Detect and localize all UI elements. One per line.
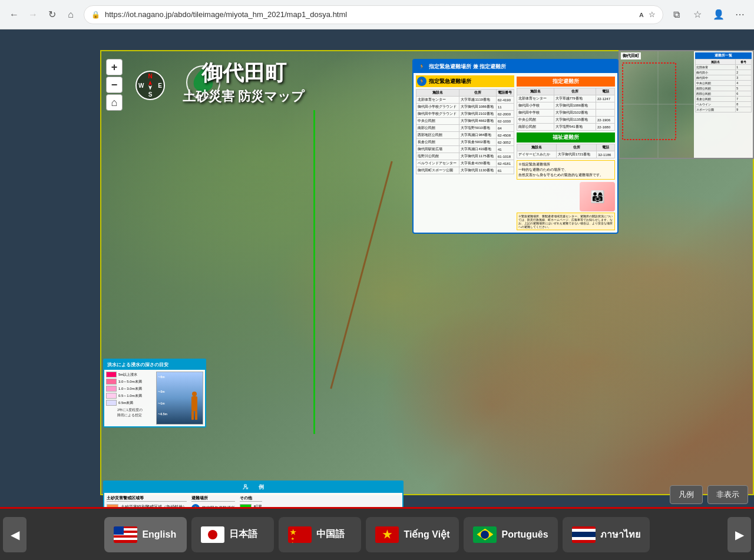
compass: N S E W bbox=[135, 71, 165, 100]
home-button[interactable]: ⌂ bbox=[106, 94, 123, 111]
chinese-label: 中国語 bbox=[316, 528, 345, 541]
japanese-label: 日本語 bbox=[229, 528, 257, 541]
section2-title: 指定避難所 bbox=[517, 77, 615, 87]
map-title-overlay: 御代田町 土砂災害 防災マップ bbox=[183, 59, 305, 105]
collections-icon[interactable]: ⧉ bbox=[668, 6, 684, 23]
browser-actions: ⧉ ☆ 👤 ⋯ bbox=[668, 6, 748, 23]
flood-depth-label3: 〜1m bbox=[158, 402, 165, 405]
flood-color-5 bbox=[106, 400, 117, 406]
url-text: https://iot.nagano.jp/abdo/tileimage/miy… bbox=[105, 10, 634, 19]
compass-arrow bbox=[144, 79, 156, 91]
compass-north: N bbox=[148, 73, 152, 79]
favorites-icon[interactable]: ☆ bbox=[689, 6, 706, 23]
svg-marker-0 bbox=[148, 81, 152, 85]
map-controls: + − ⌂ bbox=[106, 59, 123, 111]
info-panel-title: 指定緊急避難場所 兼 指定避難所 bbox=[429, 63, 506, 71]
shelter-icon: 🏃 bbox=[417, 77, 426, 86]
map-title: 御代田町 bbox=[183, 59, 305, 88]
forward-button[interactable]: → bbox=[25, 6, 41, 23]
read-mode-icon: ᴀ bbox=[639, 10, 644, 19]
language-prev-button[interactable]: ◀ bbox=[3, 517, 27, 552]
bookmark-icon: ☆ bbox=[649, 10, 656, 19]
main-container: + − ⌂ N S E W MIYOTA 御代田町 土砂災害 防災マップ bbox=[0, 29, 754, 560]
language-english-button[interactable]: English bbox=[104, 517, 187, 552]
info-icon: 🏃 bbox=[417, 62, 426, 71]
brazil-diamond bbox=[477, 529, 493, 541]
notes: ※指定緊急避難場所 一時的な避難のための場所で、 自然災害から身を守るための緊急… bbox=[517, 160, 615, 180]
flood-color-1 bbox=[106, 372, 117, 377]
flood-item-2: 3.0～5.0m未満 bbox=[106, 379, 154, 385]
right-note: ※緊急避難場所、要配慮者地域支援センター、避難所の開設状況については、防災行政無… bbox=[517, 213, 615, 230]
flood-legend: 洪水による浸水の深さの目安 5m以上浸水 3.0～5.0m未満 1.0～3.0m… bbox=[103, 359, 206, 428]
svg-marker-1 bbox=[148, 85, 152, 90]
flood-item-3: 1.0～3.0m未満 bbox=[106, 386, 154, 392]
lock-icon: 🔒 bbox=[91, 11, 100, 19]
minimap-table: 避難所一覧 施設名番号 北部体育1 御代田小2 御代田中3 中央公民館4 南部公… bbox=[694, 51, 753, 158]
flood-item-1: 5m以上浸水 bbox=[106, 372, 154, 377]
flag-us bbox=[114, 526, 137, 543]
info-panel: 🏃 指定緊急避難場所 兼 指定避難所 🏃 指定緊急避難場所 施設名住所電話番号 bbox=[412, 59, 619, 234]
map-line-green bbox=[313, 110, 315, 434]
legend-header: 凡 例 bbox=[104, 482, 402, 493]
language-japanese-button[interactable]: 日本語 bbox=[191, 517, 274, 552]
person-figure bbox=[191, 392, 198, 424]
svg-rect-4 bbox=[623, 63, 676, 140]
flood-legend-body: 5m以上浸水 3.0～5.0m未満 1.0～3.0m未満 0.5～1.0m未満 … bbox=[104, 370, 205, 426]
flag-th bbox=[572, 526, 596, 543]
vietnamese-label: Tiếng Việt bbox=[404, 529, 449, 540]
flood-legend-header: 洪水による浸水の深さの目安 bbox=[104, 360, 205, 370]
flood-depth-label2: 〜3m bbox=[158, 390, 165, 393]
english-label: English bbox=[142, 529, 176, 540]
zoom-in-button[interactable]: + bbox=[106, 59, 123, 75]
family-illustration: 👨‍👩‍👧 bbox=[580, 182, 615, 211]
flood-depth-label4: 〜0.5m bbox=[158, 412, 167, 416]
shelter-table: 施設名住所電話番号 北部体育センター大字草越1119番地62-4190 御代田小… bbox=[416, 89, 514, 174]
language-chinese-button[interactable]: ★ ★ ★ ★ ★ 中国語 bbox=[279, 517, 361, 552]
thai-label: ภาษาไทย bbox=[600, 527, 640, 542]
nav-buttons: ← → ↻ ⌂ bbox=[6, 6, 79, 23]
section3-title: 福祉避難所 bbox=[517, 132, 615, 143]
address-bar[interactable]: 🔒 https://iot.nagano.jp/abdo/tileimage/m… bbox=[84, 5, 663, 24]
browser-chrome: ← → ↻ ⌂ 🔒 https://iot.nagano.jp/abdo/til… bbox=[0, 0, 754, 29]
language-thai-button[interactable]: ภาษาไทย bbox=[563, 517, 650, 552]
flood-depth-illustration: 〜5m 〜3m 〜1m 〜0.5m bbox=[156, 372, 203, 425]
language-portuguese-button[interactable]: Português bbox=[464, 517, 557, 552]
info-panel-body: 🏃 指定緊急避難場所 施設名住所電話番号 北部体育センター大字草越1119番地6… bbox=[414, 73, 617, 233]
portuguese-label: Português bbox=[501, 529, 548, 540]
flood-note: 2年に1度程度の降雨による想定 bbox=[106, 407, 154, 418]
flood-item-5: 0.5m未満 bbox=[106, 400, 154, 406]
more-menu-icon[interactable]: ⋯ bbox=[732, 6, 748, 23]
bottom-buttons: 凡例 非表示 bbox=[670, 485, 748, 504]
designated-shelter-table: 施設名住所電話 北部体育センター大字草越779番地22-1247 御代田小学校大… bbox=[517, 88, 615, 131]
flood-color-3 bbox=[106, 386, 117, 392]
zoom-out-button[interactable]: − bbox=[106, 77, 123, 93]
compass-west: W bbox=[138, 82, 144, 89]
flood-item-4: 0.5～1.0m未満 bbox=[106, 393, 154, 399]
flag-vn: ★ bbox=[375, 526, 399, 543]
flood-legend-items: 5m以上浸水 3.0～5.0m未満 1.0～3.0m未満 0.5～1.0m未満 … bbox=[106, 372, 154, 425]
info-panel-header: 🏃 指定緊急避難場所 兼 指定避難所 bbox=[414, 60, 617, 73]
flood-color-4 bbox=[106, 393, 117, 399]
flag-jp bbox=[201, 526, 224, 543]
language-next-button[interactable]: ▶ bbox=[727, 517, 751, 552]
reload-button[interactable]: ↻ bbox=[44, 6, 60, 23]
minimap-svg bbox=[620, 51, 696, 159]
brazil-circle bbox=[481, 531, 489, 539]
section1-title: 🏃 指定緊急避難場所 bbox=[416, 75, 514, 87]
hide-button[interactable]: 非表示 bbox=[707, 485, 748, 504]
profile-icon[interactable]: 👤 bbox=[710, 6, 727, 23]
language-vietnamese-button[interactable]: ★ Tiếng Việt bbox=[366, 517, 459, 552]
language-bar: ◀ English bbox=[0, 507, 754, 560]
flood-illustration: 〜5m 〜3m 〜1m 〜0.5m bbox=[156, 372, 204, 425]
flood-color-2 bbox=[106, 379, 117, 385]
language-buttons: English 日本語 ★ ★ ★ ★ ★ bbox=[27, 517, 727, 552]
map-subtitle: 土砂災害 防災マップ bbox=[183, 88, 305, 105]
compass-south: S bbox=[148, 91, 153, 98]
flag-br bbox=[473, 526, 497, 543]
flood-depth-label: 〜5m bbox=[158, 375, 165, 379]
back-button[interactable]: ← bbox=[6, 6, 22, 23]
home-button[interactable]: ⌂ bbox=[62, 6, 79, 23]
legend-button[interactable]: 凡例 bbox=[670, 485, 703, 504]
minimap-inner: 御代田町 避難所一覧 施設名番号 北部体育1 御代田小2 御代田中3 中央公民館… bbox=[620, 51, 753, 158]
welfare-shelter-table: 施設名住所電話 デイサービスみたか大字御代田1721番地32-1186 bbox=[517, 144, 615, 158]
